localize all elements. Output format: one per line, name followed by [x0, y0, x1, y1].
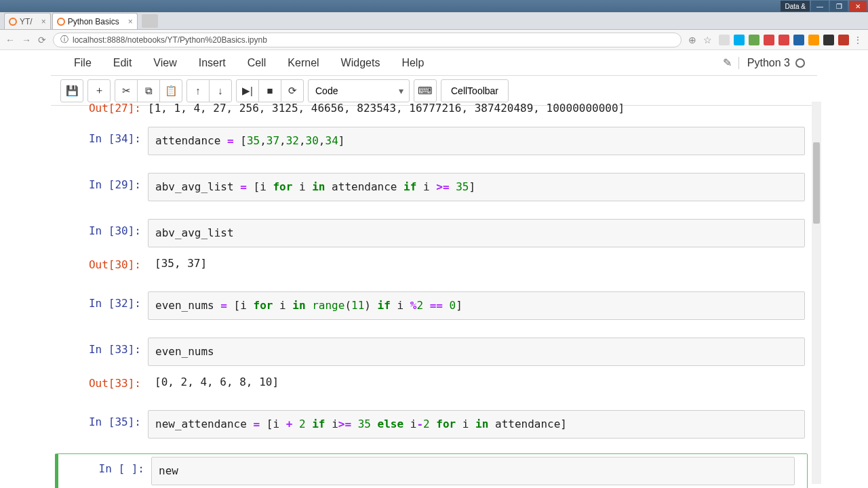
code-input[interactable]: even_nums = [i for i in range(11) if i %… — [148, 291, 805, 320]
menu-help[interactable]: Help — [391, 53, 435, 73]
info-icon: ⓘ — [60, 34, 68, 45]
paste-button[interactable]: 📋 — [159, 79, 182, 102]
ext-icon[interactable] — [808, 35, 819, 45]
kernel-indicator: Python 3 — [738, 57, 805, 69]
keyboard-button[interactable]: ⌨ — [414, 79, 437, 102]
code-cell[interactable]: In [32]:even_nums = [i for i in range(11… — [51, 289, 817, 323]
menu-file[interactable]: File — [63, 53, 102, 73]
menu-view[interactable]: View — [142, 53, 187, 73]
in-prompt: In [33]: — [56, 338, 148, 356]
jupyter-favicon-icon — [57, 18, 65, 26]
os-titlebar: Data & — ❐ ✕ — [0, 0, 868, 12]
pencil-icon[interactable]: ✎ — [723, 56, 732, 69]
menu-icon[interactable]: ⋮ — [853, 35, 863, 45]
browser-tabstrip: YT/ × Python Basics × — [0, 12, 868, 30]
out-prompt: Out[27]: — [56, 102, 148, 115]
in-prompt: In [35]: — [56, 410, 148, 428]
close-tab-icon[interactable]: × — [128, 17, 133, 26]
cell-type-label: Code — [315, 85, 338, 96]
code-input[interactable]: even_nums — [148, 338, 805, 366]
ext-icon[interactable] — [764, 35, 774, 45]
code-cell[interactable]: In [33]:even_numsOut[33]:[0, 2, 4, 6, 8,… — [51, 335, 817, 395]
maximize-button[interactable]: ❐ — [830, 1, 848, 12]
code-input[interactable]: new_attendance = [i + 2 if i>= 35 else i… — [148, 410, 805, 439]
code-cell[interactable]: In [35]:new_attendance = [i + 2 if i>= 3… — [51, 407, 817, 441]
code-cell[interactable]: In [29]:abv_avg_list = [i for i in atten… — [51, 170, 817, 204]
forward-icon[interactable]: → — [22, 35, 31, 45]
copy-button[interactable]: ⧉ — [137, 79, 160, 102]
in-prompt: In [34]: — [56, 127, 148, 145]
browser-tab-yt[interactable]: YT/ × — [4, 13, 51, 29]
kernel-status-icon — [795, 58, 805, 68]
skype-icon[interactable] — [734, 35, 745, 45]
kernel-name: Python 3 — [747, 57, 790, 69]
out-prompt: Out[33]: — [56, 371, 148, 390]
add-cell-button[interactable]: ＋ — [87, 79, 111, 102]
browser-tab-python-basics[interactable]: Python Basics × — [52, 13, 138, 29]
tab-label: Python Basics — [68, 17, 119, 26]
back-icon[interactable]: ← — [5, 35, 15, 45]
jupyter-menubar: File Edit View Insert Cell Kernel Widget… — [51, 50, 817, 76]
cell-type-select[interactable]: Code — [308, 79, 410, 102]
save-button[interactable]: 💾 — [60, 79, 83, 102]
jupyter-container: File Edit View Insert Cell Kernel Widget… — [0, 50, 868, 488]
titlebar-data-button[interactable]: Data & — [781, 1, 810, 12]
close-window-button[interactable]: ✕ — [849, 1, 867, 12]
in-prompt: In [32]: — [56, 291, 148, 310]
minimize-button[interactable]: — — [811, 1, 829, 12]
notebook-area: Out[27]: [1, 1, 4, 27, 256, 3125, 46656,… — [51, 102, 817, 484]
code-input[interactable]: abv_avg_list — [148, 219, 805, 247]
menu-edit[interactable]: Edit — [102, 53, 143, 73]
url-text: localhost:8888/notebooks/YT/Python%20Bas… — [73, 35, 267, 45]
code-cell[interactable]: In [ ]:new — [55, 453, 808, 488]
output-text: [0, 2, 4, 6, 8, 10] — [148, 371, 805, 392]
tab-label: YT/ — [20, 17, 33, 26]
jupyter-favicon-icon — [9, 18, 17, 26]
ext-icon[interactable] — [793, 35, 804, 45]
code-input[interactable]: new — [151, 457, 795, 485]
extension-icons: ⋮ — [719, 35, 863, 45]
code-input[interactable]: attendance = [35,37,32,30,34] — [148, 127, 805, 155]
output-text: [35, 37] — [148, 253, 805, 274]
in-prompt: In [30]: — [56, 219, 148, 237]
zoom-icon[interactable]: ⊕ — [688, 35, 696, 45]
move-down-button[interactable]: ↓ — [209, 79, 232, 102]
ext-icon[interactable] — [749, 35, 760, 45]
code-cell[interactable]: In [34]:attendance = [35,37,32,30,34] — [51, 124, 817, 158]
reload-icon[interactable]: ⟳ — [38, 35, 46, 45]
in-prompt: In [29]: — [56, 173, 148, 191]
close-tab-icon[interactable]: × — [41, 17, 46, 26]
menu-insert[interactable]: Insert — [188, 53, 237, 73]
menu-kernel[interactable]: Kernel — [277, 53, 330, 73]
out-prompt: Out[30]: — [56, 253, 148, 271]
in-prompt: In [ ]: — [60, 457, 151, 475]
ext-icon[interactable] — [778, 35, 789, 45]
scrollbar-thumb[interactable] — [813, 142, 820, 224]
menu-cell[interactable]: Cell — [237, 53, 277, 73]
run-button[interactable]: ▶| — [236, 79, 259, 102]
browser-address-bar: ← → ⟳ ⓘ localhost:8888/notebooks/YT/Pyth… — [0, 30, 868, 50]
code-cell[interactable]: In [30]:abv_avg_listOut[30]:[35, 37] — [51, 216, 817, 277]
cell-toolbar-button[interactable]: CellToolbar — [441, 79, 509, 102]
scrollbar[interactable] — [812, 102, 821, 484]
interrupt-button[interactable]: ■ — [258, 79, 281, 102]
star-icon[interactable]: ☆ — [703, 35, 712, 45]
output-text: [1, 1, 4, 27, 256, 3125, 46656, 823543, … — [148, 102, 805, 115]
jupyter-page: File Edit View Insert Cell Kernel Widget… — [51, 50, 817, 488]
restart-button[interactable]: ⟳ — [281, 79, 304, 102]
url-input[interactable]: ⓘ localhost:8888/notebooks/YT/Python%20B… — [53, 33, 682, 47]
ext-icon[interactable] — [823, 35, 834, 45]
new-tab-button[interactable] — [142, 14, 158, 28]
cut-button[interactable]: ✂ — [115, 79, 138, 102]
ext-icon[interactable] — [719, 35, 730, 45]
menu-widgets[interactable]: Widgets — [330, 53, 391, 73]
move-up-button[interactable]: ↑ — [186, 79, 210, 102]
ext-icon[interactable] — [838, 35, 849, 45]
code-input[interactable]: abv_avg_list = [i for i in attendance if… — [148, 173, 805, 201]
